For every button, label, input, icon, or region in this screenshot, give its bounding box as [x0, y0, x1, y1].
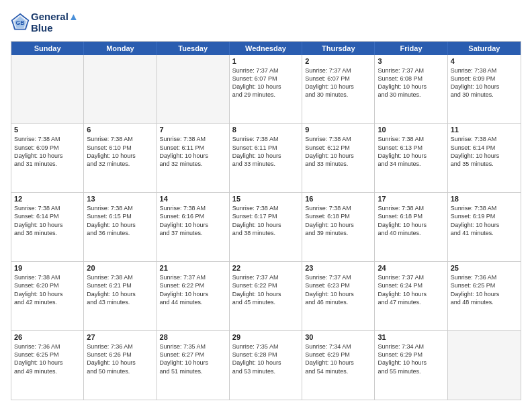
day-cell-25: 25Sunrise: 7:36 AM Sunset: 6:25 PM Dayli…: [448, 262, 521, 330]
day-cell-17: 17Sunrise: 7:38 AM Sunset: 6:18 PM Dayli…: [375, 193, 447, 261]
day-cell-27: 27Sunrise: 7:36 AM Sunset: 6:26 PM Dayli…: [84, 331, 157, 400]
header: GB General▲ Blue: [11, 11, 521, 34]
calendar-row-1: 5Sunrise: 7:38 AM Sunset: 6:09 PM Daylig…: [11, 123, 521, 192]
day-info: Sunrise: 7:36 AM Sunset: 6:25 PM Dayligh…: [14, 342, 81, 375]
day-info: Sunrise: 7:37 AM Sunset: 6:08 PM Dayligh…: [378, 66, 444, 99]
day-cell-2: 2Sunrise: 7:37 AM Sunset: 6:07 PM Daylig…: [302, 55, 375, 124]
day-cell-9: 9Sunrise: 7:38 AM Sunset: 6:12 PM Daylig…: [302, 124, 375, 192]
day-number: 1: [232, 57, 299, 65]
day-cell-24: 24Sunrise: 7:37 AM Sunset: 6:24 PM Dayli…: [375, 262, 447, 330]
day-number: 14: [160, 195, 226, 203]
day-cell-empty-0-2: [157, 55, 230, 124]
day-cell-30: 30Sunrise: 7:34 AM Sunset: 6:29 PM Dayli…: [302, 331, 375, 400]
calendar-body: 1Sunrise: 7:37 AM Sunset: 6:07 PM Daylig…: [11, 55, 521, 400]
day-info: Sunrise: 7:38 AM Sunset: 6:12 PM Dayligh…: [305, 135, 371, 168]
day-cell-4: 4Sunrise: 7:38 AM Sunset: 6:09 PM Daylig…: [448, 55, 521, 124]
day-cell-20: 20Sunrise: 7:38 AM Sunset: 6:21 PM Dayli…: [84, 262, 157, 330]
day-info: Sunrise: 7:38 AM Sunset: 6:14 PM Dayligh…: [14, 204, 81, 237]
header-cell-thursday: Thursday: [302, 42, 375, 55]
day-info: Sunrise: 7:38 AM Sunset: 6:19 PM Dayligh…: [451, 204, 518, 237]
day-cell-16: 16Sunrise: 7:38 AM Sunset: 6:18 PM Dayli…: [302, 193, 375, 261]
day-info: Sunrise: 7:38 AM Sunset: 6:13 PM Dayligh…: [378, 135, 444, 168]
logo-text: General▲ Blue: [31, 11, 79, 34]
day-number: 5: [14, 126, 81, 134]
day-cell-31: 31Sunrise: 7:34 AM Sunset: 6:29 PM Dayli…: [375, 331, 447, 400]
day-number: 2: [305, 57, 371, 65]
day-number: 9: [305, 126, 371, 134]
day-number: 26: [14, 333, 81, 341]
day-info: Sunrise: 7:35 AM Sunset: 6:27 PM Dayligh…: [160, 342, 226, 375]
day-cell-19: 19Sunrise: 7:38 AM Sunset: 6:20 PM Dayli…: [11, 262, 84, 330]
day-info: Sunrise: 7:38 AM Sunset: 6:09 PM Dayligh…: [14, 135, 81, 168]
calendar-header-row: SundayMondayTuesdayWednesdayThursdayFrid…: [11, 42, 521, 55]
day-info: Sunrise: 7:34 AM Sunset: 6:29 PM Dayligh…: [305, 342, 371, 375]
day-info: Sunrise: 7:37 AM Sunset: 6:23 PM Dayligh…: [305, 273, 371, 306]
day-number: 22: [232, 264, 299, 272]
header-cell-sunday: Sunday: [11, 42, 84, 55]
calendar-row-3: 19Sunrise: 7:38 AM Sunset: 6:20 PM Dayli…: [11, 261, 521, 330]
day-number: 6: [87, 126, 153, 134]
day-info: Sunrise: 7:37 AM Sunset: 6:22 PM Dayligh…: [160, 273, 226, 306]
day-cell-18: 18Sunrise: 7:38 AM Sunset: 6:19 PM Dayli…: [448, 193, 521, 261]
header-cell-friday: Friday: [375, 42, 447, 55]
logo: GB General▲ Blue: [11, 11, 79, 34]
day-cell-empty-4-6: [448, 331, 521, 400]
day-info: Sunrise: 7:38 AM Sunset: 6:17 PM Dayligh…: [232, 204, 299, 237]
day-info: Sunrise: 7:38 AM Sunset: 6:10 PM Dayligh…: [87, 135, 153, 168]
day-number: 7: [160, 126, 226, 134]
day-info: Sunrise: 7:36 AM Sunset: 6:25 PM Dayligh…: [451, 273, 518, 306]
day-info: Sunrise: 7:38 AM Sunset: 6:20 PM Dayligh…: [14, 273, 81, 306]
day-number: 31: [378, 333, 444, 341]
day-number: 28: [160, 333, 226, 341]
day-cell-21: 21Sunrise: 7:37 AM Sunset: 6:22 PM Dayli…: [157, 262, 230, 330]
day-number: 30: [305, 333, 371, 341]
day-info: Sunrise: 7:37 AM Sunset: 6:07 PM Dayligh…: [232, 66, 299, 99]
header-cell-wednesday: Wednesday: [230, 42, 302, 55]
day-cell-6: 6Sunrise: 7:38 AM Sunset: 6:10 PM Daylig…: [84, 124, 157, 192]
day-cell-29: 29Sunrise: 7:35 AM Sunset: 6:28 PM Dayli…: [230, 331, 302, 400]
day-cell-13: 13Sunrise: 7:38 AM Sunset: 6:15 PM Dayli…: [84, 193, 157, 261]
day-number: 15: [232, 195, 299, 203]
day-number: 25: [451, 264, 518, 272]
day-cell-1: 1Sunrise: 7:37 AM Sunset: 6:07 PM Daylig…: [230, 55, 302, 124]
day-cell-11: 11Sunrise: 7:38 AM Sunset: 6:14 PM Dayli…: [448, 124, 521, 192]
day-number: 29: [232, 333, 299, 341]
day-info: Sunrise: 7:37 AM Sunset: 6:24 PM Dayligh…: [378, 273, 444, 306]
day-number: 8: [232, 126, 299, 134]
day-number: 20: [87, 264, 153, 272]
logo-icon: GB: [11, 13, 30, 32]
day-number: 17: [378, 195, 444, 203]
day-number: 12: [14, 195, 81, 203]
calendar-row-0: 1Sunrise: 7:37 AM Sunset: 6:07 PM Daylig…: [11, 55, 521, 124]
day-number: 18: [451, 195, 518, 203]
day-number: 23: [305, 264, 371, 272]
day-number: 24: [378, 264, 444, 272]
day-info: Sunrise: 7:38 AM Sunset: 6:14 PM Dayligh…: [451, 135, 518, 168]
calendar-row-2: 12Sunrise: 7:38 AM Sunset: 6:14 PM Dayli…: [11, 192, 521, 261]
day-cell-28: 28Sunrise: 7:35 AM Sunset: 6:27 PM Dayli…: [157, 331, 230, 400]
day-info: Sunrise: 7:38 AM Sunset: 6:11 PM Dayligh…: [232, 135, 299, 168]
day-cell-7: 7Sunrise: 7:38 AM Sunset: 6:11 PM Daylig…: [157, 124, 230, 192]
day-info: Sunrise: 7:38 AM Sunset: 6:21 PM Dayligh…: [87, 273, 153, 306]
day-number: 10: [378, 126, 444, 134]
day-info: Sunrise: 7:38 AM Sunset: 6:11 PM Dayligh…: [160, 135, 226, 168]
header-cell-tuesday: Tuesday: [157, 42, 230, 55]
day-cell-22: 22Sunrise: 7:37 AM Sunset: 6:22 PM Dayli…: [230, 262, 302, 330]
day-number: 19: [14, 264, 81, 272]
day-info: Sunrise: 7:38 AM Sunset: 6:09 PM Dayligh…: [451, 66, 518, 99]
calendar-row-4: 26Sunrise: 7:36 AM Sunset: 6:25 PM Dayli…: [11, 330, 521, 400]
day-cell-empty-0-1: [84, 55, 157, 124]
calendar: SundayMondayTuesdayWednesdayThursdayFrid…: [11, 41, 521, 401]
day-cell-10: 10Sunrise: 7:38 AM Sunset: 6:13 PM Dayli…: [375, 124, 447, 192]
day-info: Sunrise: 7:38 AM Sunset: 6:18 PM Dayligh…: [378, 204, 444, 237]
day-info: Sunrise: 7:37 AM Sunset: 6:22 PM Dayligh…: [232, 273, 299, 306]
day-cell-12: 12Sunrise: 7:38 AM Sunset: 6:14 PM Dayli…: [11, 193, 84, 261]
day-cell-3: 3Sunrise: 7:37 AM Sunset: 6:08 PM Daylig…: [375, 55, 447, 124]
day-info: Sunrise: 7:38 AM Sunset: 6:16 PM Dayligh…: [160, 204, 226, 237]
day-cell-23: 23Sunrise: 7:37 AM Sunset: 6:23 PM Dayli…: [302, 262, 375, 330]
day-info: Sunrise: 7:38 AM Sunset: 6:15 PM Dayligh…: [87, 204, 153, 237]
day-number: 16: [305, 195, 371, 203]
svg-text:GB: GB: [15, 20, 24, 27]
day-number: 11: [451, 126, 518, 134]
day-number: 13: [87, 195, 153, 203]
